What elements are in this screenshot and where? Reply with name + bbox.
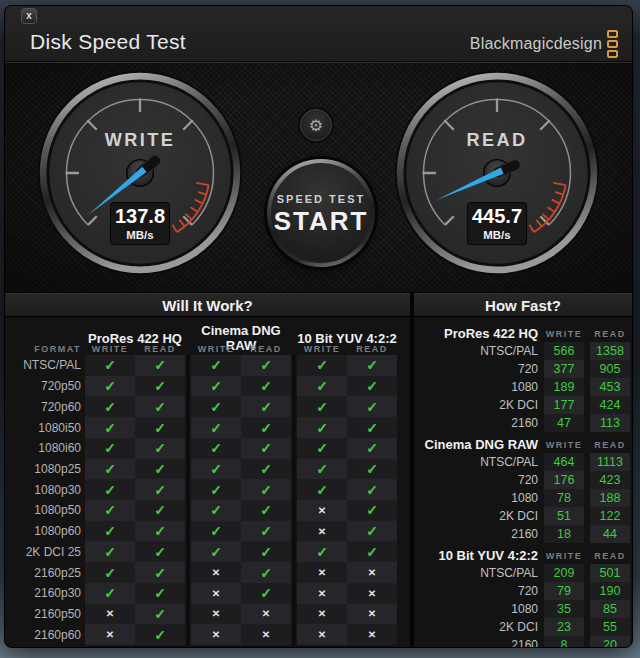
check-icon: ✓ [241, 541, 291, 562]
check-icon: ✓ [135, 541, 185, 562]
group-divider [187, 521, 189, 542]
speed-sections: ProRes 422 HQWRITEREADNTSC/PAL5661358720… [414, 325, 632, 647]
gauge-label: READ [467, 130, 528, 150]
group-divider [187, 438, 189, 459]
brand: Blackmagicdesign [470, 30, 618, 58]
check-icon: ✓ [347, 396, 397, 417]
gauge-value: 445.7 [472, 205, 522, 227]
check-icon: ✓ [241, 583, 291, 604]
cross-icon: ✕ [297, 521, 347, 542]
write-value: 51 [544, 507, 584, 525]
check-icon: ✓ [241, 562, 291, 583]
read-header: READ [135, 344, 185, 354]
read-value: 424 [590, 396, 630, 414]
write-value: 47 [544, 414, 584, 432]
read-header: READ [241, 344, 291, 354]
group-divider [187, 500, 189, 521]
group-divider [293, 583, 295, 604]
read-header: READ [590, 329, 630, 339]
speed-row: 108078188 [414, 489, 632, 507]
check-icon: ✓ [191, 521, 241, 542]
write-value: 566 [544, 342, 584, 360]
format-row: 2K DCI 25✓✓✓✓✓✓ [5, 541, 410, 562]
write-header: WRITE [297, 344, 347, 354]
format-row: 720p50✓✓✓✓✓✓ [5, 376, 410, 397]
group-divider [293, 376, 295, 397]
check-icon: ✓ [297, 355, 347, 376]
format-label: NTSC/PAL [416, 564, 544, 582]
check-icon: ✓ [191, 376, 241, 397]
check-icon: ✓ [297, 396, 347, 417]
cross-icon: ✕ [241, 604, 291, 625]
settings-button[interactable]: ⚙ [300, 109, 332, 141]
format-label: 720 [416, 360, 544, 378]
cross-icon: ✕ [297, 624, 347, 645]
read-gauge: READ 445.7 MB/s [392, 68, 602, 278]
group-divider [187, 459, 189, 480]
write-header: WRITE [544, 440, 584, 450]
write-header: WRITE [191, 344, 241, 354]
check-icon: ✓ [241, 355, 291, 376]
format-label: 720 [416, 471, 544, 489]
format-row: 1080i60✓✓✓✓✓✓ [5, 438, 410, 459]
check-icon: ✓ [85, 541, 135, 562]
read-value: 113 [590, 414, 630, 432]
check-icon: ✓ [347, 479, 397, 500]
check-icon: ✓ [135, 562, 185, 583]
check-icon: ✓ [191, 417, 241, 438]
format-row: 1080p25✓✓✓✓✓✓ [5, 459, 410, 480]
read-header: READ [347, 344, 397, 354]
check-icon: ✓ [241, 376, 291, 397]
cross-icon: ✕ [347, 562, 397, 583]
group-divider [293, 417, 295, 438]
write-value: 176 [544, 471, 584, 489]
format-label: 2160 [416, 636, 544, 647]
check-icon: ✓ [85, 438, 135, 459]
check-icon: ✓ [191, 438, 241, 459]
group-divider [293, 479, 295, 500]
format-label: 720p60 [11, 396, 85, 417]
close-button[interactable]: x [21, 8, 37, 24]
format-label: 2K DCI [416, 396, 544, 414]
blackmagic-logo-icon [607, 30, 618, 58]
check-icon: ✓ [135, 417, 185, 438]
format-label: 2160 [416, 414, 544, 432]
gauge-unit: MB/s [126, 229, 153, 241]
check-icon: ✓ [297, 438, 347, 459]
check-icon: ✓ [85, 583, 135, 604]
check-icon: ✓ [191, 500, 241, 521]
write-value: 209 [544, 564, 584, 582]
section-label: ProRes 422 HQ [416, 326, 544, 341]
section-label: 10 Bit YUV 4:2:2 [416, 548, 544, 563]
format-row: 1080i50✓✓✓✓✓✓ [5, 417, 410, 438]
read-value: 1358 [590, 342, 630, 360]
check-icon: ✓ [347, 417, 397, 438]
section-header: ProRes 422 HQWRITEREAD [414, 325, 632, 342]
speed-row: 720176423 [414, 471, 632, 489]
format-row: 720p60✓✓✓✓✓✓ [5, 396, 410, 417]
speed-row: NTSC/PAL5661358 [414, 342, 632, 360]
check-icon: ✓ [191, 396, 241, 417]
brand-name: Blackmagicdesign [470, 35, 602, 53]
write-header: WRITE [544, 551, 584, 561]
speed-row: NTSC/PAL4641113 [414, 453, 632, 471]
check-icon: ✓ [85, 376, 135, 397]
group-divider [293, 521, 295, 542]
group-divider [293, 355, 295, 376]
check-icon: ✓ [347, 500, 397, 521]
cross-icon: ✕ [297, 583, 347, 604]
speed-row: 10803585 [414, 600, 632, 618]
speed-row: 2K DCI177424 [414, 396, 632, 414]
cross-icon: ✕ [85, 604, 135, 625]
gear-icon: ⚙ [309, 116, 323, 135]
start-button[interactable]: SPEED TEST START [267, 159, 375, 267]
group-divider [187, 624, 189, 645]
speed-row: 216047113 [414, 414, 632, 432]
format-label: NTSC/PAL [416, 342, 544, 360]
write-value: 35 [544, 600, 584, 618]
read-value: 1113 [590, 453, 630, 471]
speed-row: 21601844 [414, 525, 632, 543]
format-label: 720p50 [11, 376, 85, 397]
speed-section: ProRes 422 HQWRITEREADNTSC/PAL5661358720… [414, 325, 632, 432]
check-icon: ✓ [85, 479, 135, 500]
